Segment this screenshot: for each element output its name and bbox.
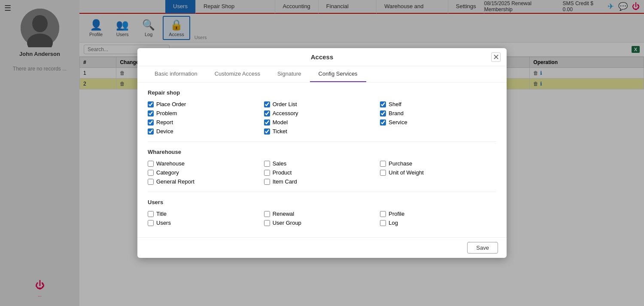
checkbox-item: Order List (264, 101, 380, 107)
checkbox-product[interactable] (264, 170, 270, 176)
checkbox-item (380, 128, 496, 135)
checkbox-label: Brand (389, 110, 404, 116)
modal-header: Access ✕ (137, 48, 507, 66)
save-button[interactable]: Save (467, 242, 498, 254)
checkbox-item: Users (148, 220, 264, 226)
checkbox-user-group[interactable] (264, 220, 270, 226)
checkbox-warehouse[interactable] (148, 161, 154, 167)
section-grid-0: Place Order Order List Shelf Problem Acc… (148, 101, 496, 135)
checkbox-item: Ticket (264, 128, 380, 135)
checkbox-general-report[interactable] (148, 179, 154, 185)
checkbox-item: Profile (380, 211, 496, 217)
checkbox-label: Order List (273, 101, 297, 107)
modal-overlay: Access ✕ Basic information Customize Acc… (0, 0, 644, 306)
checkbox-sales[interactable] (264, 161, 270, 167)
checkbox-label: Title (156, 211, 167, 217)
tab-signature[interactable]: Signature (269, 66, 310, 82)
checkbox-item: Title (148, 211, 264, 217)
checkbox-label: User Group (273, 220, 301, 226)
checkbox-label: Profile (389, 211, 404, 217)
checkbox-problem[interactable] (148, 110, 154, 116)
section-grid-2: Title Renewal Profile Users User Group L… (148, 211, 496, 226)
checkbox-label: Problem (156, 110, 177, 116)
section-divider (148, 141, 496, 142)
checkbox-order-list[interactable] (264, 101, 270, 107)
checkbox-category[interactable] (148, 170, 154, 176)
checkbox-device[interactable] (148, 129, 154, 135)
checkbox-label: Renewal (273, 211, 295, 217)
section-divider (148, 192, 496, 192)
checkbox-item: Sales (264, 160, 380, 167)
checkbox-label: Accessory (273, 110, 298, 116)
checkbox-label: Item Card (273, 178, 297, 185)
tab-config-services[interactable]: Config Services (310, 66, 366, 82)
checkbox-label: Service (389, 119, 407, 125)
modal-close-btn[interactable]: ✕ (491, 52, 501, 62)
checkbox-label: Sales (273, 160, 287, 167)
checkbox-label: Log (389, 220, 398, 226)
checkbox-item: Renewal (264, 211, 380, 217)
modal-title: Access (311, 53, 334, 61)
checkbox-accessory[interactable] (264, 110, 270, 116)
checkbox-brand[interactable] (380, 110, 386, 116)
checkbox-ticket[interactable] (264, 129, 270, 135)
checkbox-item: Item Card (264, 178, 380, 185)
checkbox-label: General Report (156, 178, 194, 185)
tab-basic-info[interactable]: Basic information (146, 66, 206, 82)
checkbox-renewal[interactable] (264, 211, 270, 217)
access-modal: Access ✕ Basic information Customize Acc… (137, 48, 507, 258)
checkbox-item: Product (264, 169, 380, 176)
modal-body: Repair shop Place Order Order List Shelf… (137, 83, 507, 237)
checkbox-users[interactable] (148, 220, 154, 226)
checkbox-item (380, 178, 496, 185)
checkbox-item: Shelf (380, 101, 496, 107)
checkbox-item: Device (148, 128, 264, 135)
checkbox-item: Category (148, 169, 264, 176)
checkbox-label: Report (156, 119, 173, 125)
checkbox-label: Device (156, 128, 173, 135)
checkbox-item-card[interactable] (264, 179, 270, 185)
checkbox-place-order[interactable] (148, 101, 154, 107)
checkbox-item: General Report (148, 178, 264, 185)
checkbox-item: Place Order (148, 101, 264, 107)
section-title-0: Repair shop (148, 89, 496, 96)
checkbox-item: Purchase (380, 160, 496, 167)
checkbox-item: Unit of Weight (380, 169, 496, 176)
checkbox-title[interactable] (148, 211, 154, 217)
checkbox-item: Report (148, 119, 264, 125)
checkbox-item: Accessory (264, 110, 380, 116)
checkbox-label: Purchase (389, 160, 412, 167)
checkbox-item: Brand (380, 110, 496, 116)
checkbox-item: Model (264, 119, 380, 125)
section-title-1: Wharehouse (148, 149, 496, 155)
checkbox-item: User Group (264, 220, 380, 226)
checkbox-log[interactable] (380, 220, 386, 226)
section-title-2: Users (148, 199, 496, 205)
checkbox-label: Users (156, 220, 171, 226)
checkbox-label: Product (273, 169, 292, 176)
checkbox-report[interactable] (148, 119, 154, 125)
section-grid-1: Warehouse Sales Purchase Category Produc… (148, 160, 496, 185)
checkbox-label: Ticket (273, 128, 287, 135)
checkbox-shelf[interactable] (380, 101, 386, 107)
checkbox-item: Problem (148, 110, 264, 116)
checkbox-service[interactable] (380, 119, 386, 125)
checkbox-label: Place Order (156, 101, 186, 107)
checkbox-item: Warehouse (148, 160, 264, 167)
tab-customize-access[interactable]: Customize Access (206, 66, 269, 82)
checkbox-label: Shelf (389, 101, 401, 107)
checkbox-purchase[interactable] (380, 161, 386, 167)
modal-tabs: Basic information Customize Access Signa… (137, 66, 507, 83)
checkbox-model[interactable] (264, 119, 270, 125)
checkbox-profile[interactable] (380, 211, 386, 217)
checkbox-label: Category (156, 169, 179, 176)
checkbox-item: Log (380, 220, 496, 226)
checkbox-label: Model (273, 119, 288, 125)
checkbox-label: Warehouse (156, 160, 185, 167)
checkbox-unit-of-weight[interactable] (380, 170, 386, 176)
checkbox-label: Unit of Weight (389, 169, 423, 176)
modal-footer: Save (137, 237, 507, 258)
checkbox-item: Service (380, 119, 496, 125)
